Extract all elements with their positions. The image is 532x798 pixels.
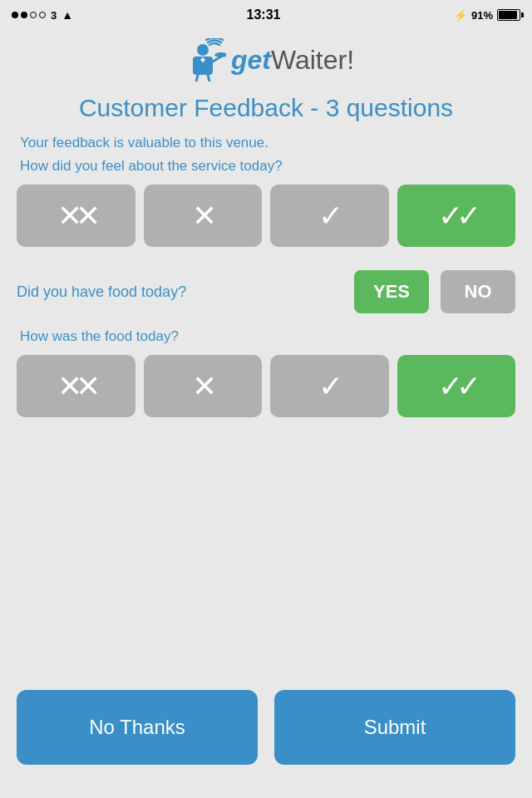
q3-rating-row: ✕✕ ✕ ✓ ✓✓ — [17, 355, 515, 417]
status-right: ⚡ 91% — [454, 9, 520, 22]
svg-line-6 — [208, 75, 209, 81]
svg-point-4 — [214, 52, 226, 57]
clock: 13:31 — [247, 7, 281, 22]
q3-option-4[interactable]: ✓✓ — [397, 355, 516, 417]
carrier-label: 3 — [51, 9, 57, 22]
no-button[interactable]: NO — [441, 270, 515, 313]
q1-option-1[interactable]: ✕✕ — [17, 185, 135, 247]
q1-symbol-1: ✕✕ — [57, 201, 94, 231]
q3-option-2[interactable]: ✕ — [144, 355, 263, 417]
battery-percent: 91% — [471, 9, 493, 22]
q1-symbol-3: ✓ — [318, 201, 340, 231]
wifi-icon: ▲ — [62, 8, 73, 22]
q3-symbol-1: ✕✕ — [57, 372, 94, 401]
dot1 — [12, 12, 18, 18]
q3-symbol-2: ✕ — [192, 372, 214, 401]
status-left: 3 ▲ — [12, 8, 73, 22]
logo-area: getWaiter! — [0, 30, 532, 86]
dot2 — [21, 12, 27, 18]
battery-fill — [499, 11, 517, 19]
dot3 — [30, 12, 37, 18]
q3-label: How was the food today? — [17, 328, 515, 345]
signal-dots — [12, 12, 46, 18]
main-content: Customer Feedback - 3 questions Your fee… — [0, 93, 532, 417]
yes-button[interactable]: YES — [354, 270, 429, 313]
q1-option-2[interactable]: ✕ — [144, 185, 263, 247]
status-bar: 3 ▲ 13:31 ⚡ 91% — [0, 0, 532, 30]
q1-label: How did you feel about the service today… — [17, 158, 515, 175]
q1-option-3[interactable]: ✓ — [270, 185, 389, 247]
page-title: Customer Feedback - 3 questions — [17, 93, 515, 123]
q1-rating-row: ✕✕ ✕ ✓ ✓✓ — [17, 185, 515, 247]
logo-get: get — [231, 45, 271, 75]
svg-line-5 — [196, 75, 198, 81]
q3-symbol-3: ✓ — [318, 372, 340, 401]
q3-option-3[interactable]: ✓ — [270, 355, 389, 417]
q2-row: Did you have food today? YES NO — [17, 270, 515, 313]
logo-waiter-icon — [178, 38, 226, 81]
q3-option-1[interactable]: ✕✕ — [17, 355, 135, 417]
q1-option-4[interactable]: ✓✓ — [397, 185, 516, 247]
svg-point-0 — [197, 44, 209, 56]
q1-symbol-2: ✕ — [192, 201, 214, 231]
dot4 — [39, 12, 46, 18]
logo-exclaim: ! — [347, 45, 354, 75]
logo-waiter: Waiter — [271, 45, 347, 75]
battery-icon — [497, 9, 520, 21]
bottom-buttons: No Thanks Submit — [17, 690, 515, 765]
q1-symbol-4: ✓✓ — [438, 201, 475, 231]
subtitle: Your feedback is valuable to this venue. — [17, 135, 515, 151]
q2-label: Did you have food today? — [17, 283, 342, 301]
no-thanks-button[interactable]: No Thanks — [17, 690, 258, 765]
bluetooth-icon: ⚡ — [454, 9, 467, 22]
logo-text: getWaiter! — [231, 45, 354, 76]
submit-button[interactable]: Submit — [274, 690, 515, 765]
q3-symbol-4: ✓✓ — [438, 372, 475, 401]
